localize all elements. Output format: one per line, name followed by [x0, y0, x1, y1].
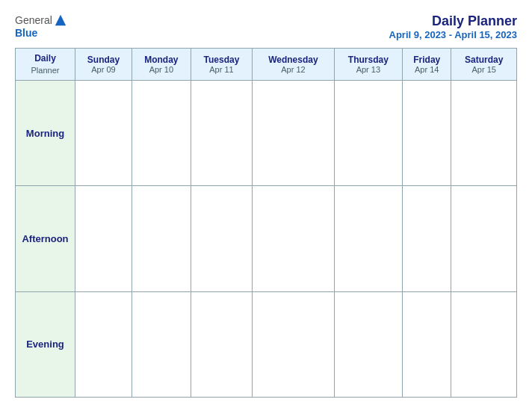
evening-thursday-cell[interactable]: [334, 291, 402, 397]
morning-label: Morning: [16, 80, 75, 185]
logo-blue-text: Blue: [15, 27, 37, 39]
calendar-table: Daily Planner Sunday Apr 09 Monday Apr 1…: [15, 48, 517, 398]
date-range: April 9, 2023 - April 15, 2023: [389, 29, 518, 40]
morning-saturday-cell[interactable]: [451, 80, 517, 185]
svg-marker-0: [55, 15, 66, 25]
day-name-saturday: Saturday: [454, 55, 513, 65]
evening-wednesday-cell[interactable]: [253, 291, 334, 397]
morning-thursday-cell[interactable]: [334, 80, 402, 185]
title-container: Daily Planner April 9, 2023 - April 15, …: [389, 13, 518, 40]
evening-sunday-cell[interactable]: [75, 291, 132, 397]
day-header-tuesday: Tuesday Apr 11: [191, 49, 252, 81]
logo-icon: [54, 13, 67, 27]
afternoon-monday-cell[interactable]: [132, 186, 191, 291]
day-header-thursday: Thursday Apr 13: [334, 49, 402, 81]
day-name-sunday: Sunday: [78, 55, 129, 65]
page-title: Daily Planner: [389, 13, 518, 29]
afternoon-wednesday-cell[interactable]: [253, 186, 334, 291]
afternoon-sunday-cell[interactable]: [75, 186, 132, 291]
day-date-friday: Apr 14: [406, 65, 448, 74]
evening-label: Evening: [16, 291, 75, 397]
evening-monday-cell[interactable]: [132, 291, 191, 397]
evening-friday-cell[interactable]: [403, 291, 451, 397]
morning-wednesday-cell[interactable]: [253, 80, 334, 185]
evening-saturday-cell[interactable]: [451, 291, 517, 397]
morning-friday-cell[interactable]: [403, 80, 451, 185]
day-header-monday: Monday Apr 10: [132, 49, 191, 81]
day-header-friday: Friday Apr 14: [403, 49, 451, 81]
logo: General: [15, 13, 67, 27]
label-header-line1: Daily: [19, 53, 72, 65]
row-evening: Evening: [16, 291, 517, 397]
day-date-wednesday: Apr 12: [256, 65, 330, 74]
day-date-sunday: Apr 09: [78, 65, 129, 74]
label-header: Daily Planner: [16, 49, 75, 81]
day-name-tuesday: Tuesday: [194, 55, 249, 65]
page-header: General Blue Daily Planner April 9, 2023…: [15, 13, 517, 40]
day-name-friday: Friday: [406, 55, 448, 65]
day-date-saturday: Apr 15: [454, 65, 513, 74]
label-header-line2: Planner: [19, 65, 72, 75]
day-name-monday: Monday: [135, 55, 188, 65]
logo-general-text: General: [15, 14, 52, 26]
row-morning: Morning: [16, 80, 517, 185]
header-row: Daily Planner Sunday Apr 09 Monday Apr 1…: [16, 49, 517, 81]
afternoon-label: Afternoon: [16, 186, 75, 291]
day-header-saturday: Saturday Apr 15: [451, 49, 517, 81]
afternoon-tuesday-cell[interactable]: [191, 186, 252, 291]
day-date-thursday: Apr 13: [338, 65, 399, 74]
afternoon-thursday-cell[interactable]: [334, 186, 402, 291]
logo-container: General Blue: [15, 13, 67, 39]
morning-monday-cell[interactable]: [132, 80, 191, 185]
evening-tuesday-cell[interactable]: [191, 291, 252, 397]
day-name-thursday: Thursday: [338, 55, 399, 65]
day-date-tuesday: Apr 11: [194, 65, 249, 74]
row-afternoon: Afternoon: [16, 186, 517, 291]
afternoon-saturday-cell[interactable]: [451, 186, 517, 291]
afternoon-friday-cell[interactable]: [403, 186, 451, 291]
day-header-sunday: Sunday Apr 09: [75, 49, 132, 81]
day-header-wednesday: Wednesday Apr 12: [253, 49, 334, 81]
day-name-wednesday: Wednesday: [256, 55, 330, 65]
morning-tuesday-cell[interactable]: [191, 80, 252, 185]
morning-sunday-cell[interactable]: [75, 80, 132, 185]
day-date-monday: Apr 10: [135, 65, 188, 74]
